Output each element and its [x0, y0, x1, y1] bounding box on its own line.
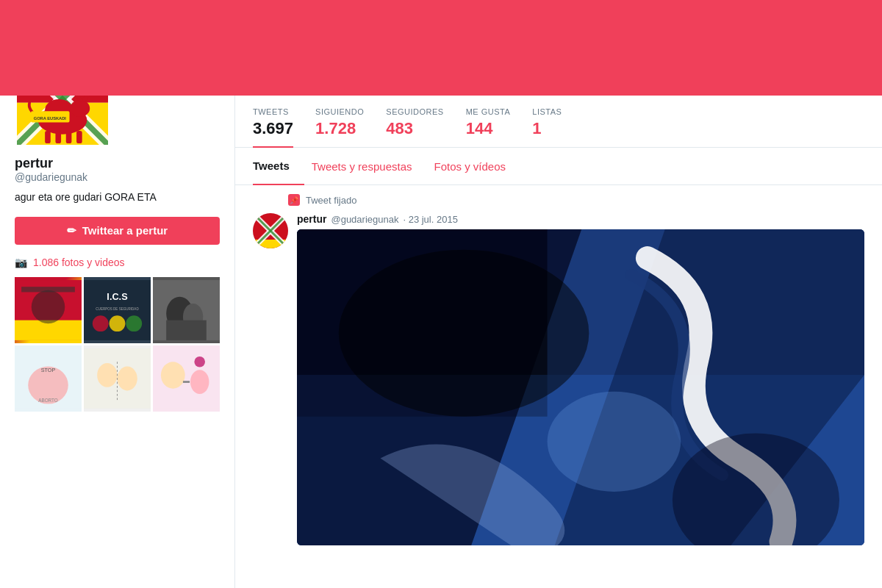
stat-megusta-value: 144 [466, 119, 493, 138]
profile-avatar: GORA EUSKADI [15, 96, 110, 147]
svg-point-20 [32, 290, 65, 323]
content-area: TWEETS 3.697 SIGUIENDO 1.728 SEGUIDORES … [235, 96, 882, 588]
pinned-notice: 📌 Tweet fijado [253, 194, 864, 206]
photo-cell-1[interactable] [15, 277, 82, 343]
tweet-author[interactable]: pertur [297, 213, 326, 225]
stats-bar: TWEETS 3.697 SIGUIENDO 1.728 SEGUIDORES … [235, 96, 882, 148]
tabs-bar: Tweets Tweets y respuestas Fotos y vídeo… [235, 148, 882, 185]
profile-handle: @gudariegunak [15, 171, 220, 183]
svg-rect-21 [21, 287, 75, 292]
tweet-avatar[interactable] [253, 213, 288, 248]
stat-siguiendo[interactable]: SIGUIENDO 1.728 [315, 107, 386, 147]
stat-tweets-value: 3.697 [253, 119, 293, 138]
svg-rect-14 [66, 131, 72, 143]
svg-point-25 [93, 315, 109, 331]
svg-point-38 [118, 366, 137, 390]
sidebar: GORA EUSKADI pertur @gudariegunak agur e… [0, 96, 235, 588]
svg-rect-15 [76, 131, 82, 143]
tweet-row: pertur @gudariegunak · 23 jul. 2015 [253, 213, 864, 545]
tweet-image-canvas [297, 229, 864, 545]
tweet-button[interactable]: ✏ Twittear a pertur [15, 217, 220, 245]
photos-count: 1.086 fotos y videos [33, 257, 125, 268]
tweet-area: 📌 Tweet fijado [235, 185, 882, 554]
stat-megusta-label: ME GUSTA [466, 107, 511, 116]
svg-text:STOP: STOP [41, 366, 56, 373]
photo-cell-4[interactable]: STOP ABORTO [15, 345, 82, 412]
svg-point-56 [339, 250, 589, 417]
svg-point-27 [126, 315, 142, 331]
stat-listas-label: LISTAS [532, 107, 562, 116]
svg-text:GORA EUSKADI: GORA EUSKADI [34, 116, 67, 121]
stat-siguiendo-value: 1.728 [315, 119, 356, 138]
stat-tweets[interactable]: TWEETS 3.697 [253, 107, 315, 147]
stat-seguidores-value: 483 [386, 119, 413, 138]
stat-seguidores[interactable]: SEGUIDORES 483 [386, 107, 465, 147]
tweet-header: pertur @gudariegunak · 23 jul. 2015 [297, 213, 864, 225]
edit-icon: ✏ [67, 224, 76, 237]
profile-name: pertur [15, 156, 220, 171]
svg-point-43 [194, 356, 205, 368]
tweet-handle[interactable]: @gudariegunak [331, 214, 398, 225]
tab-tweets-respuestas[interactable]: Tweets y respuestas [312, 148, 427, 184]
svg-text:I.C.S: I.C.S [107, 291, 127, 302]
photo-cell-3[interactable] [153, 277, 220, 343]
camera-icon: 📷 [15, 257, 27, 268]
svg-point-41 [161, 362, 185, 388]
svg-point-37 [97, 363, 117, 387]
tweet-date: · 23 jul. 2015 [403, 214, 457, 225]
stat-seguidores-label: SEGUIDORES [386, 107, 443, 116]
tweet-button-label: Twittear a pertur [82, 224, 168, 237]
stat-siguiendo-label: SIGUIENDO [315, 107, 364, 116]
tab-tweets[interactable]: Tweets [253, 148, 304, 185]
stat-megusta[interactable]: ME GUSTA 144 [466, 107, 533, 147]
tweet-image[interactable] [297, 229, 864, 545]
photo-cell-5[interactable] [84, 345, 151, 412]
photo-cell-6[interactable] [153, 345, 220, 412]
svg-point-9 [70, 100, 90, 117]
profile-bio: agur eta ore gudari GORA ETA [15, 190, 220, 205]
stat-listas-value: 1 [532, 119, 541, 138]
svg-point-58 [548, 392, 681, 492]
svg-rect-13 [55, 131, 61, 143]
svg-point-26 [110, 315, 126, 331]
svg-text:CUERPOS DE SEGURIDAD: CUERPOS DE SEGURIDAD [96, 307, 139, 311]
stat-listas[interactable]: LISTAS 1 [532, 107, 584, 147]
pin-icon: 📌 [288, 194, 300, 206]
svg-rect-31 [166, 320, 207, 340]
photo-cell-2[interactable]: I.C.S CUERPOS DE SEGURIDAD [84, 277, 151, 343]
photos-link[interactable]: 📷 1.086 fotos y videos [15, 257, 220, 268]
tweet-body: pertur @gudariegunak · 23 jul. 2015 [297, 213, 864, 545]
svg-point-42 [190, 370, 209, 394]
photos-grid: I.C.S CUERPOS DE SEGURIDAD [15, 277, 220, 412]
svg-rect-12 [45, 131, 51, 143]
profile-info: pertur @gudariegunak agur eta ore gudari… [0, 147, 234, 420]
stat-tweets-label: TWEETS [253, 107, 289, 116]
svg-text:ABORTO: ABORTO [38, 397, 58, 402]
tab-fotos-videos[interactable]: Fotos y vídeos [434, 148, 520, 184]
pinned-label: Tweet fijado [306, 195, 356, 206]
header-banner [0, 0, 882, 96]
